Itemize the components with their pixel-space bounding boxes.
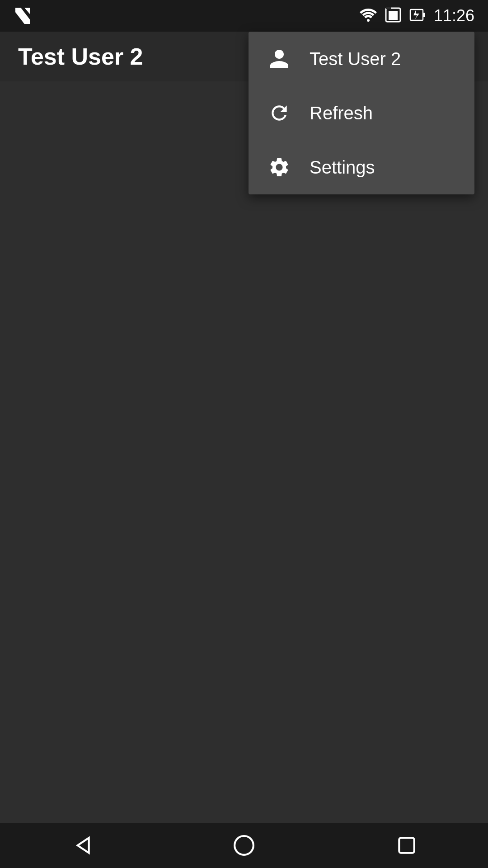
back-button[interactable] xyxy=(63,827,99,863)
recents-icon xyxy=(395,834,418,857)
svg-point-2 xyxy=(367,19,370,22)
person-icon xyxy=(267,47,291,71)
sim-icon xyxy=(385,7,401,24)
menu-item-profile-label: Test User 2 xyxy=(310,49,401,69)
status-bar-left xyxy=(14,6,33,26)
nav-bar xyxy=(0,823,488,868)
menu-item-refresh[interactable]: Refresh xyxy=(249,86,474,140)
app-bar-title: Test User 2 xyxy=(18,43,143,70)
svg-rect-10 xyxy=(399,838,414,853)
svg-rect-6 xyxy=(423,13,425,17)
menu-item-profile[interactable]: Test User 2 xyxy=(249,32,474,86)
status-time: 11:26 xyxy=(434,6,474,25)
battery-icon xyxy=(409,7,426,25)
menu-item-refresh-label: Refresh xyxy=(310,103,373,123)
svg-marker-8 xyxy=(78,838,89,853)
wifi-icon xyxy=(360,8,377,24)
settings-icon xyxy=(267,155,291,180)
back-icon xyxy=(70,834,93,857)
status-bar-right: 11:26 xyxy=(360,6,474,25)
menu-item-settings[interactable]: Settings xyxy=(249,140,474,194)
recents-button[interactable] xyxy=(389,827,425,863)
menu-item-settings-label: Settings xyxy=(310,157,375,178)
home-icon xyxy=(233,834,255,857)
dropdown-menu: Test User 2 Refresh Settings xyxy=(249,32,474,194)
refresh-icon xyxy=(267,101,291,126)
svg-point-9 xyxy=(235,836,253,855)
home-button[interactable] xyxy=(226,827,262,863)
app-logo-icon xyxy=(14,6,33,26)
svg-marker-7 xyxy=(413,10,419,19)
status-bar: 11:26 xyxy=(0,0,488,32)
